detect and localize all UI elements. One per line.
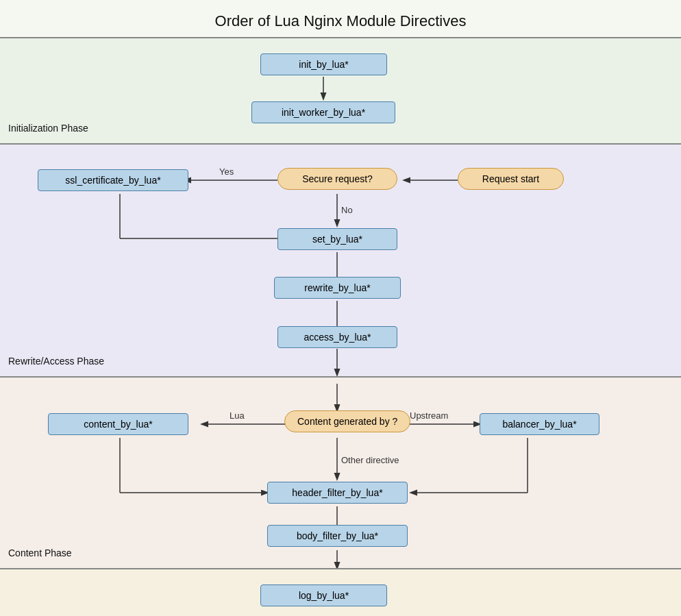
rewrite-phase: Yes No ssl_certificate_by_lua* Secure re… (0, 145, 681, 378)
init-phase: init_by_lua* init_worker_by_lua* Initial… (0, 38, 681, 145)
svg-text:Upstream: Upstream (410, 410, 448, 421)
header-filter-box: header_filter_by_lua* (267, 482, 408, 504)
svg-text:Yes: Yes (219, 167, 234, 177)
secure-request-box: Secure request? (277, 168, 397, 190)
ssl-certificate-box: ssl_certificate_by_lua* (38, 169, 188, 191)
content-phase-label: Content Phase (8, 547, 72, 558)
svg-text:No: No (341, 205, 353, 215)
access-by-lua-box: access_by_lua* (277, 326, 397, 348)
rewrite-by-lua-box: rewrite_by_lua* (274, 277, 401, 299)
log-phase: log_by_lua* Log Phase (0, 569, 681, 616)
content-phase: Lua Upstream Other directive Content gen… (0, 378, 681, 569)
request-start-box: Request start (458, 168, 564, 190)
rewrite-phase-label: Rewrite/Access Phase (8, 356, 104, 367)
balancer-by-lua-box: balancer_by_lua* (480, 413, 599, 435)
diagram-wrapper: Order of Lua Nginx Module Directives ini… (0, 0, 681, 616)
title-area: Order of Lua Nginx Module Directives (0, 0, 681, 38)
body-filter-box: body_filter_by_lua* (267, 525, 408, 547)
content-generated-box: Content generated by ? (284, 410, 410, 432)
init-worker-by-lua-box: init_worker_by_lua* (251, 101, 395, 123)
content-by-lua-box: content_by_lua* (48, 413, 188, 435)
init-by-lua-box: init_by_lua* (260, 53, 387, 75)
svg-text:Lua: Lua (230, 410, 245, 421)
set-by-lua-box: set_by_lua* (277, 228, 397, 250)
page-title: Order of Lua Nginx Module Directives (215, 12, 467, 29)
svg-text:Other directive: Other directive (341, 455, 399, 465)
init-phase-label: Initialization Phase (8, 123, 88, 134)
log-by-lua-box: log_by_lua* (260, 584, 387, 606)
